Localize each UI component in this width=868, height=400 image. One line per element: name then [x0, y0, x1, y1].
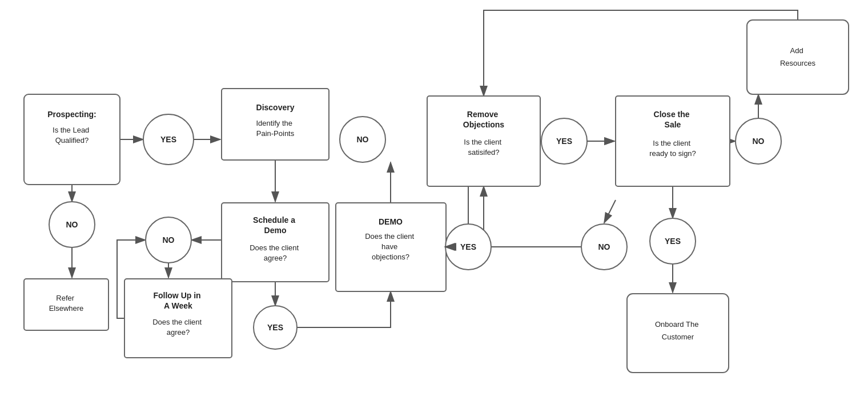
discovery-title: Discovery — [256, 103, 295, 112]
no-top-label: NO — [357, 135, 369, 144]
demo-title: DEMO — [379, 217, 403, 226]
prospecting-title: Prospecting: — [47, 110, 97, 119]
no-close-label: NO — [753, 137, 765, 146]
no-prospect-label: NO — [66, 220, 78, 229]
add-resources-box — [747, 20, 849, 94]
yes-satisfied-label: YES — [556, 137, 572, 146]
yes1-label: YES — [160, 135, 176, 144]
schedule-demo-box — [222, 203, 329, 282]
yes-close-label: YES — [665, 237, 681, 246]
no-satisfied-label: NO — [598, 242, 610, 251]
main-flowchart: Prospecting: Is the Lead Qualified? YES … — [0, 0, 868, 400]
yes-demo-label: YES — [460, 242, 476, 251]
yes-schedule-label: YES — [267, 323, 283, 332]
no-follow-label: NO — [163, 235, 175, 245]
